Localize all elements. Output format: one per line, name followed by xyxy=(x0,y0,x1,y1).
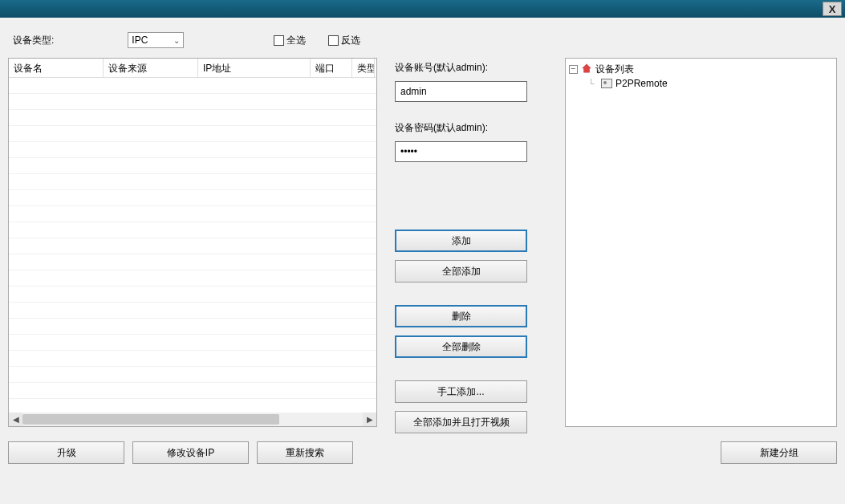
col-port[interactable]: 端口 xyxy=(311,59,352,77)
add-button[interactable]: 添加 xyxy=(395,230,527,252)
main-content: 设备类型: IPC ⌄ 全选 反选 设备名 设备来源 IP地址 端口 类型 xyxy=(0,18,845,504)
select-all-checkbox[interactable] xyxy=(274,35,284,46)
delete-button[interactable]: 删除 xyxy=(395,305,527,327)
password-label: 设备密码(默认admin): xyxy=(395,121,547,135)
tree-child[interactable]: └ P2PRemote xyxy=(569,76,833,91)
device-type-value: IPC xyxy=(132,35,148,46)
table-row xyxy=(9,78,376,94)
new-group-button[interactable]: 新建分组 xyxy=(721,441,837,464)
select-all-group: 全选 反选 xyxy=(274,34,360,47)
add-all-button[interactable]: 全部添加 xyxy=(395,260,527,282)
table-row xyxy=(9,238,376,254)
tree-collapse-icon[interactable]: − xyxy=(569,65,578,74)
table-row xyxy=(9,190,376,206)
table-row xyxy=(9,287,376,303)
table-header: 设备名 设备来源 IP地址 端口 类型 xyxy=(9,59,376,78)
device-table: 设备名 设备来源 IP地址 端口 类型 xyxy=(8,58,377,427)
device-tree: − 设备列表 └ P2PRemote xyxy=(565,58,837,427)
col-ip-address[interactable]: IP地址 xyxy=(198,59,311,77)
close-icon: X xyxy=(829,3,836,15)
table-row xyxy=(9,270,376,287)
delete-all-button[interactable]: 全部删除 xyxy=(395,335,527,358)
horizontal-scrollbar[interactable]: ◀ ▶ xyxy=(9,413,376,426)
modify-ip-button[interactable]: 修改设备IP xyxy=(132,441,249,464)
col-device-source[interactable]: 设备来源 xyxy=(104,59,198,77)
table-row xyxy=(9,126,376,142)
window-close-button[interactable]: X xyxy=(823,2,842,16)
table-row xyxy=(9,206,376,222)
table-row xyxy=(9,222,376,238)
research-button[interactable]: 重新搜索 xyxy=(257,441,353,464)
table-row xyxy=(9,303,376,319)
tree-branch-icon: └ xyxy=(585,79,598,88)
left-bottom-buttons: 升级 修改设备IP 重新搜索 xyxy=(8,441,377,464)
right-column: − 设备列表 └ P2PRemote 新建分组 xyxy=(565,58,837,464)
scroll-right-icon[interactable]: ▶ xyxy=(363,413,376,426)
device-icon xyxy=(601,79,612,88)
password-input[interactable] xyxy=(395,141,527,162)
scroll-thumb[interactable] xyxy=(22,414,279,425)
table-row xyxy=(9,383,376,399)
account-input[interactable] xyxy=(395,81,527,102)
table-row xyxy=(9,335,376,351)
add-all-open-button[interactable]: 全部添加并且打开视频 xyxy=(395,411,527,433)
col-type[interactable]: 类型 xyxy=(352,59,375,77)
top-controls: 设备类型: IPC ⌄ 全选 反选 xyxy=(13,32,837,48)
title-bar: X xyxy=(0,0,845,18)
table-row xyxy=(9,254,376,270)
table-row xyxy=(9,174,376,190)
right-bottom-buttons: 新建分组 xyxy=(565,441,837,464)
invert-select-label: 反选 xyxy=(341,34,360,47)
select-all-label: 全选 xyxy=(286,34,306,47)
tree-root-label: 设备列表 xyxy=(595,63,634,76)
tree-child-label: P2PRemote xyxy=(615,78,668,89)
table-row xyxy=(9,110,376,126)
scroll-left-icon[interactable]: ◀ xyxy=(9,413,22,426)
middle-column: 设备账号(默认admin): 设备密码(默认admin): 添加 全部添加 删除… xyxy=(395,58,547,464)
manual-add-button[interactable]: 手工添加... xyxy=(395,380,527,403)
table-row xyxy=(9,351,376,367)
left-column: 设备名 设备来源 IP地址 端口 类型 xyxy=(8,58,377,464)
table-row xyxy=(9,142,376,158)
col-device-name[interactable]: 设备名 xyxy=(9,59,104,77)
tree-root[interactable]: − 设备列表 xyxy=(569,62,833,76)
main-columns: 设备名 设备来源 IP地址 端口 类型 xyxy=(8,58,837,464)
device-type-label: 设备类型: xyxy=(13,34,54,47)
home-icon xyxy=(581,63,592,76)
device-type-dropdown[interactable]: IPC ⌄ xyxy=(128,32,184,48)
scroll-track[interactable] xyxy=(22,413,363,426)
invert-select-checkbox[interactable] xyxy=(328,35,339,46)
table-row xyxy=(9,94,376,110)
upgrade-button[interactable]: 升级 xyxy=(8,441,124,464)
chevron-down-icon: ⌄ xyxy=(173,36,180,45)
table-body xyxy=(9,78,376,411)
table-row xyxy=(9,158,376,174)
table-row xyxy=(9,319,376,335)
table-row xyxy=(9,367,376,383)
account-label: 设备账号(默认admin): xyxy=(395,61,547,75)
